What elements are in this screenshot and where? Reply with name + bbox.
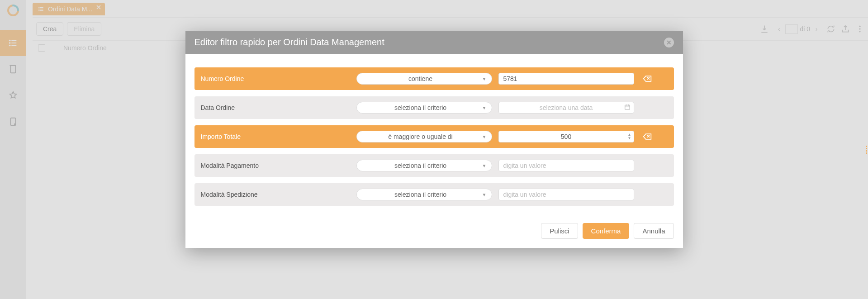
criterion-select[interactable]: seleziona il criterio [356,189,492,200]
criterion-select[interactable]: seleziona il criterio [356,102,492,114]
filter-row: Modalità Spedizioneseleziona il criterio… [194,183,674,206]
criterion-select[interactable]: è maggiore o uguale di [356,131,492,142]
filter-label: Data Ordine [201,104,350,111]
svg-rect-18 [625,105,630,109]
criterion-select-wrap: seleziona il criterio▼ [356,160,492,171]
filter-row: Modalità Pagamentoseleziona il criterio▼ [194,154,674,177]
filter-label: Numero Ordine [201,75,350,82]
value-input[interactable] [498,131,634,142]
value-input[interactable] [498,189,634,200]
criterion-select[interactable]: contiene [356,73,492,85]
number-spinner[interactable]: ▲▼ [628,133,631,140]
value-input[interactable] [498,160,634,171]
criterion-select-wrap: seleziona il criterio▼ [356,102,492,114]
modal-title: Editor filtro rapido per Ordini Data Man… [194,37,384,47]
clear-filter-button[interactable] [640,133,654,140]
clear-button[interactable]: Pulisci [541,223,578,239]
value-input[interactable] [498,102,634,114]
criterion-select-wrap: seleziona il criterio▼ [356,189,492,200]
calendar-icon[interactable] [624,104,631,112]
value-input-wrap [498,102,634,114]
modal-header: Editor filtro rapido per Ordini Data Man… [185,31,683,54]
modal-footer: Pulisci Conferma Annulla [185,217,683,248]
filter-row: Data Ordineseleziona il criterio▼ [194,96,674,119]
criterion-select[interactable]: seleziona il criterio [356,160,492,171]
value-input-wrap: ▲▼ [498,131,634,142]
value-input-wrap [498,160,634,171]
modal-body: Numero Ordinecontiene▼Data Ordineselezio… [185,54,683,217]
filter-row: Numero Ordinecontiene▼ [194,67,674,90]
criterion-select-wrap: è maggiore o uguale di▼ [356,131,492,142]
filter-label: Importo Totale [201,133,350,140]
criterion-select-wrap: contiene▼ [356,73,492,85]
cancel-button[interactable]: Annulla [634,223,674,239]
clear-filter-button[interactable] [640,75,654,82]
filter-row: Importo Totaleè maggiore o uguale di▼▲▼ [194,125,674,148]
filter-label: Modalità Spedizione [201,191,350,198]
value-input[interactable] [498,73,634,85]
confirm-button[interactable]: Conferma [583,223,630,239]
resize-handle[interactable] [866,146,867,154]
value-input-wrap [498,73,634,85]
quick-filter-modal: Editor filtro rapido per Ordini Data Man… [185,31,683,248]
filter-label: Modalità Pagamento [201,162,350,169]
modal-overlay: Editor filtro rapido per Ordini Data Man… [0,0,868,299]
value-input-wrap [498,189,634,200]
modal-close-button[interactable]: ✕ [664,38,674,47]
